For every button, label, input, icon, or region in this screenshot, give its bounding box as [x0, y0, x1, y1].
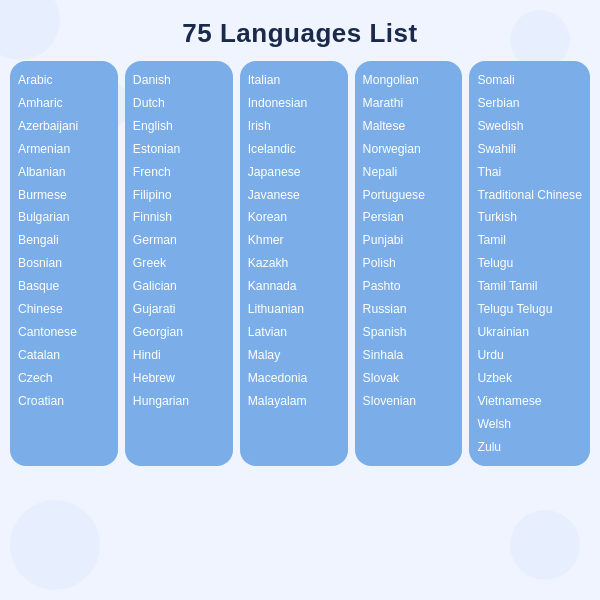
- language-item: Marathi: [363, 94, 455, 113]
- language-item: Malay: [248, 346, 340, 365]
- language-item: Urdu: [477, 346, 582, 365]
- columns-container: ArabicAmharicAzerbaijaniArmenianAlbanian…: [0, 61, 600, 476]
- language-item: Russian: [363, 300, 455, 319]
- language-item: Sinhala: [363, 346, 455, 365]
- language-item: English: [133, 117, 225, 136]
- language-item: Georgian: [133, 323, 225, 342]
- language-item: Persian: [363, 208, 455, 227]
- language-item: Icelandic: [248, 140, 340, 159]
- language-item: Cantonese: [18, 323, 110, 342]
- language-item: Vietnamese: [477, 392, 582, 411]
- language-item: Telugu: [477, 254, 582, 273]
- bg-circle-4: [510, 510, 580, 580]
- language-item: Malayalam: [248, 392, 340, 411]
- language-item: Amharic: [18, 94, 110, 113]
- language-column-4: MongolianMarathiMalteseNorwegianNepaliPo…: [355, 61, 463, 466]
- language-item: Tamil: [477, 231, 582, 250]
- language-item: Korean: [248, 208, 340, 227]
- language-item: Albanian: [18, 163, 110, 182]
- language-item: Chinese: [18, 300, 110, 319]
- language-column-1: ArabicAmharicAzerbaijaniArmenianAlbanian…: [10, 61, 118, 466]
- language-item: Filipino: [133, 186, 225, 205]
- language-column-2: DanishDutchEnglishEstonianFrenchFilipino…: [125, 61, 233, 466]
- language-item: Greek: [133, 254, 225, 273]
- language-item: Hindi: [133, 346, 225, 365]
- bg-circle-3: [10, 500, 100, 590]
- language-item: Armenian: [18, 140, 110, 159]
- language-item: Azerbaijani: [18, 117, 110, 136]
- language-item: Javanese: [248, 186, 340, 205]
- language-item: Portuguese: [363, 186, 455, 205]
- language-item: Ukrainian: [477, 323, 582, 342]
- language-item: Finnish: [133, 208, 225, 227]
- language-item: Mongolian: [363, 71, 455, 90]
- title-area: 75 Languages List: [0, 0, 600, 61]
- language-item: Japanese: [248, 163, 340, 182]
- language-item: Polish: [363, 254, 455, 273]
- language-item: Turkish: [477, 208, 582, 227]
- language-item: Irish: [248, 117, 340, 136]
- language-item: Kannada: [248, 277, 340, 296]
- language-item: Bosnian: [18, 254, 110, 273]
- language-item: Czech: [18, 369, 110, 388]
- language-item: Kazakh: [248, 254, 340, 273]
- language-item: Uzbek: [477, 369, 582, 388]
- language-item: German: [133, 231, 225, 250]
- language-item: Arabic: [18, 71, 110, 90]
- language-item: Welsh: [477, 415, 582, 434]
- language-item: Basque: [18, 277, 110, 296]
- language-item: Estonian: [133, 140, 225, 159]
- language-item: Hungarian: [133, 392, 225, 411]
- language-item: Slovak: [363, 369, 455, 388]
- language-item: Galician: [133, 277, 225, 296]
- language-item: Bulgarian: [18, 208, 110, 227]
- language-item: Hebrew: [133, 369, 225, 388]
- language-item: Thai: [477, 163, 582, 182]
- language-item: Latvian: [248, 323, 340, 342]
- language-item: Serbian: [477, 94, 582, 113]
- language-item: French: [133, 163, 225, 182]
- language-item: Croatian: [18, 392, 110, 411]
- language-column-3: ItalianIndonesianIrishIcelandicJapaneseJ…: [240, 61, 348, 466]
- language-item: Slovenian: [363, 392, 455, 411]
- language-item: Macedonia: [248, 369, 340, 388]
- page-title: 75 Languages List: [0, 18, 600, 49]
- language-item: Pashto: [363, 277, 455, 296]
- language-item: Punjabi: [363, 231, 455, 250]
- language-item: Somali: [477, 71, 582, 90]
- language-item: Khmer: [248, 231, 340, 250]
- language-item: Lithuanian: [248, 300, 340, 319]
- language-item: Indonesian: [248, 94, 340, 113]
- language-item: Maltese: [363, 117, 455, 136]
- language-item: Tamil Tamil: [477, 277, 582, 296]
- language-item: Spanish: [363, 323, 455, 342]
- language-item: Gujarati: [133, 300, 225, 319]
- language-item: Swedish: [477, 117, 582, 136]
- language-item: Danish: [133, 71, 225, 90]
- language-item: Bengali: [18, 231, 110, 250]
- language-item: Traditional Chinese: [477, 186, 582, 205]
- language-item: Zulu: [477, 438, 582, 457]
- language-item: Italian: [248, 71, 340, 90]
- language-item: Dutch: [133, 94, 225, 113]
- language-item: Burmese: [18, 186, 110, 205]
- language-item: Swahili: [477, 140, 582, 159]
- language-column-5: SomaliSerbianSwedishSwahiliThaiTradition…: [469, 61, 590, 466]
- language-item: Nepali: [363, 163, 455, 182]
- language-item: Norwegian: [363, 140, 455, 159]
- language-item: Telugu Telugu: [477, 300, 582, 319]
- language-item: Catalan: [18, 346, 110, 365]
